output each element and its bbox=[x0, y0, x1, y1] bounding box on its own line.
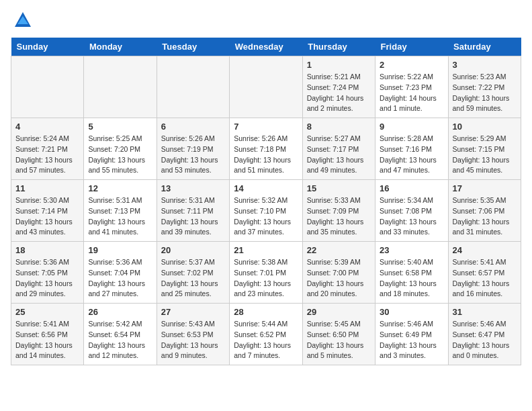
calendar-day-cell: 30Sunrise: 5:46 AMSunset: 6:49 PMDayligh… bbox=[375, 304, 448, 365]
day-number: 17 bbox=[453, 183, 517, 193]
day-info: Sunrise: 5:27 AMSunset: 7:17 PMDaylight:… bbox=[307, 134, 371, 176]
calendar-day-cell: 28Sunrise: 5:44 AMSunset: 6:52 PMDayligh… bbox=[230, 304, 302, 365]
calendar-day-cell: 27Sunrise: 5:43 AMSunset: 6:53 PMDayligh… bbox=[157, 304, 229, 365]
day-info: Sunrise: 5:26 AMSunset: 7:19 PMDaylight:… bbox=[161, 134, 225, 176]
calendar-day-cell bbox=[11, 56, 84, 118]
day-number: 23 bbox=[380, 245, 443, 255]
day-info: Sunrise: 5:43 AMSunset: 6:53 PMDaylight:… bbox=[161, 319, 225, 361]
calendar-body: 1Sunrise: 5:21 AMSunset: 7:24 PMDaylight… bbox=[11, 56, 521, 365]
day-number: 2 bbox=[380, 60, 443, 70]
logo-icon bbox=[13, 11, 32, 30]
calendar-day-cell: 31Sunrise: 5:46 AMSunset: 6:47 PMDayligh… bbox=[448, 304, 521, 365]
calendar-table: SundayMondayTuesdayWednesdayThursdayFrid… bbox=[11, 38, 521, 365]
calendar-day-cell: 4Sunrise: 5:24 AMSunset: 7:21 PMDaylight… bbox=[11, 118, 84, 180]
day-info: Sunrise: 5:30 AMSunset: 7:14 PMDaylight:… bbox=[15, 195, 79, 238]
calendar-day-cell: 12Sunrise: 5:31 AMSunset: 7:13 PMDayligh… bbox=[84, 180, 157, 242]
day-number: 19 bbox=[88, 245, 152, 255]
logo bbox=[11, 11, 32, 30]
day-info: Sunrise: 5:29 AMSunset: 7:15 PMDaylight:… bbox=[453, 134, 517, 176]
weekday-header-cell: Friday bbox=[375, 38, 448, 56]
day-number: 5 bbox=[88, 122, 152, 132]
calendar-day-cell bbox=[230, 56, 302, 118]
day-info: Sunrise: 5:28 AMSunset: 7:16 PMDaylight:… bbox=[380, 134, 443, 176]
day-number: 21 bbox=[234, 245, 298, 255]
day-number: 6 bbox=[161, 122, 225, 132]
weekday-header-cell: Tuesday bbox=[157, 38, 229, 56]
calendar-day-cell: 9Sunrise: 5:28 AMSunset: 7:16 PMDaylight… bbox=[375, 118, 448, 180]
calendar-day-cell: 5Sunrise: 5:25 AMSunset: 7:20 PMDaylight… bbox=[84, 118, 157, 180]
day-info: Sunrise: 5:34 AMSunset: 7:08 PMDaylight:… bbox=[380, 195, 443, 238]
calendar-day-cell: 18Sunrise: 5:36 AMSunset: 7:05 PMDayligh… bbox=[11, 242, 84, 304]
day-number: 24 bbox=[453, 245, 517, 255]
calendar-day-cell: 1Sunrise: 5:21 AMSunset: 7:24 PMDaylight… bbox=[302, 56, 375, 118]
day-info: Sunrise: 5:33 AMSunset: 7:09 PMDaylight:… bbox=[307, 195, 371, 238]
day-info: Sunrise: 5:38 AMSunset: 7:01 PMDaylight:… bbox=[234, 257, 298, 300]
day-info: Sunrise: 5:36 AMSunset: 7:04 PMDaylight:… bbox=[88, 257, 152, 300]
calendar-day-cell: 22Sunrise: 5:39 AMSunset: 7:00 PMDayligh… bbox=[302, 242, 375, 304]
day-info: Sunrise: 5:41 AMSunset: 6:57 PMDaylight:… bbox=[453, 257, 517, 300]
calendar-day-cell: 3Sunrise: 5:23 AMSunset: 7:22 PMDaylight… bbox=[448, 56, 521, 118]
day-info: Sunrise: 5:45 AMSunset: 6:50 PMDaylight:… bbox=[307, 319, 371, 361]
day-number: 26 bbox=[88, 307, 152, 317]
weekday-header-cell: Sunday bbox=[11, 38, 84, 56]
calendar-day-cell: 29Sunrise: 5:45 AMSunset: 6:50 PMDayligh… bbox=[302, 304, 375, 365]
day-number: 3 bbox=[453, 60, 517, 70]
weekday-header-row: SundayMondayTuesdayWednesdayThursdayFrid… bbox=[11, 38, 521, 56]
calendar-day-cell: 7Sunrise: 5:26 AMSunset: 7:18 PMDaylight… bbox=[230, 118, 302, 180]
day-info: Sunrise: 5:40 AMSunset: 6:58 PMDaylight:… bbox=[380, 257, 443, 300]
calendar-week-row: 1Sunrise: 5:21 AMSunset: 7:24 PMDaylight… bbox=[11, 56, 521, 118]
day-number: 1 bbox=[307, 60, 371, 70]
calendar-day-cell: 17Sunrise: 5:35 AMSunset: 7:06 PMDayligh… bbox=[448, 180, 521, 242]
calendar-day-cell: 26Sunrise: 5:42 AMSunset: 6:54 PMDayligh… bbox=[84, 304, 157, 365]
calendar-day-cell: 6Sunrise: 5:26 AMSunset: 7:19 PMDaylight… bbox=[157, 118, 229, 180]
day-number: 20 bbox=[161, 245, 225, 255]
day-number: 29 bbox=[307, 307, 371, 317]
day-number: 16 bbox=[380, 183, 443, 193]
day-info: Sunrise: 5:32 AMSunset: 7:10 PMDaylight:… bbox=[234, 195, 298, 238]
day-info: Sunrise: 5:37 AMSunset: 7:02 PMDaylight:… bbox=[161, 257, 225, 300]
day-info: Sunrise: 5:44 AMSunset: 6:52 PMDaylight:… bbox=[234, 319, 298, 361]
day-number: 13 bbox=[161, 183, 225, 193]
day-info: Sunrise: 5:41 AMSunset: 6:56 PMDaylight:… bbox=[15, 319, 79, 361]
day-info: Sunrise: 5:21 AMSunset: 7:24 PMDaylight:… bbox=[307, 72, 371, 114]
calendar-day-cell: 2Sunrise: 5:22 AMSunset: 7:23 PMDaylight… bbox=[375, 56, 448, 118]
day-number: 27 bbox=[161, 307, 225, 317]
calendar-day-cell: 25Sunrise: 5:41 AMSunset: 6:56 PMDayligh… bbox=[11, 304, 84, 365]
day-number: 14 bbox=[234, 183, 298, 193]
calendar-day-cell: 11Sunrise: 5:30 AMSunset: 7:14 PMDayligh… bbox=[11, 180, 84, 242]
calendar-week-row: 4Sunrise: 5:24 AMSunset: 7:21 PMDaylight… bbox=[11, 118, 521, 180]
calendar-day-cell: 10Sunrise: 5:29 AMSunset: 7:15 PMDayligh… bbox=[448, 118, 521, 180]
day-number: 8 bbox=[307, 122, 371, 132]
day-number: 15 bbox=[307, 183, 371, 193]
day-number: 31 bbox=[453, 307, 517, 317]
day-info: Sunrise: 5:35 AMSunset: 7:06 PMDaylight:… bbox=[453, 195, 517, 238]
day-number: 28 bbox=[234, 307, 298, 317]
calendar-week-row: 18Sunrise: 5:36 AMSunset: 7:05 PMDayligh… bbox=[11, 242, 521, 304]
calendar-day-cell: 24Sunrise: 5:41 AMSunset: 6:57 PMDayligh… bbox=[448, 242, 521, 304]
day-number: 25 bbox=[15, 307, 79, 317]
calendar-day-cell: 15Sunrise: 5:33 AMSunset: 7:09 PMDayligh… bbox=[302, 180, 375, 242]
day-info: Sunrise: 5:46 AMSunset: 6:47 PMDaylight:… bbox=[453, 319, 517, 361]
calendar-week-row: 11Sunrise: 5:30 AMSunset: 7:14 PMDayligh… bbox=[11, 180, 521, 242]
day-info: Sunrise: 5:23 AMSunset: 7:22 PMDaylight:… bbox=[453, 72, 517, 114]
day-number: 9 bbox=[380, 122, 443, 132]
calendar-day-cell: 19Sunrise: 5:36 AMSunset: 7:04 PMDayligh… bbox=[84, 242, 157, 304]
day-info: Sunrise: 5:31 AMSunset: 7:13 PMDaylight:… bbox=[88, 195, 152, 238]
day-number: 10 bbox=[453, 122, 517, 132]
calendar-day-cell: 14Sunrise: 5:32 AMSunset: 7:10 PMDayligh… bbox=[230, 180, 302, 242]
day-info: Sunrise: 5:22 AMSunset: 7:23 PMDaylight:… bbox=[380, 72, 443, 114]
calendar-day-cell: 20Sunrise: 5:37 AMSunset: 7:02 PMDayligh… bbox=[157, 242, 229, 304]
calendar-day-cell bbox=[157, 56, 229, 118]
calendar-day-cell bbox=[84, 56, 157, 118]
day-number: 12 bbox=[88, 183, 152, 193]
day-number: 4 bbox=[15, 122, 79, 132]
day-number: 18 bbox=[15, 245, 79, 255]
calendar-day-cell: 16Sunrise: 5:34 AMSunset: 7:08 PMDayligh… bbox=[375, 180, 448, 242]
calendar-week-row: 25Sunrise: 5:41 AMSunset: 6:56 PMDayligh… bbox=[11, 304, 521, 365]
day-info: Sunrise: 5:42 AMSunset: 6:54 PMDaylight:… bbox=[88, 319, 152, 361]
day-info: Sunrise: 5:36 AMSunset: 7:05 PMDaylight:… bbox=[15, 257, 79, 300]
day-info: Sunrise: 5:39 AMSunset: 7:00 PMDaylight:… bbox=[307, 257, 371, 300]
day-info: Sunrise: 5:25 AMSunset: 7:20 PMDaylight:… bbox=[88, 134, 152, 176]
weekday-header-cell: Thursday bbox=[302, 38, 375, 56]
weekday-header-cell: Saturday bbox=[448, 38, 521, 56]
